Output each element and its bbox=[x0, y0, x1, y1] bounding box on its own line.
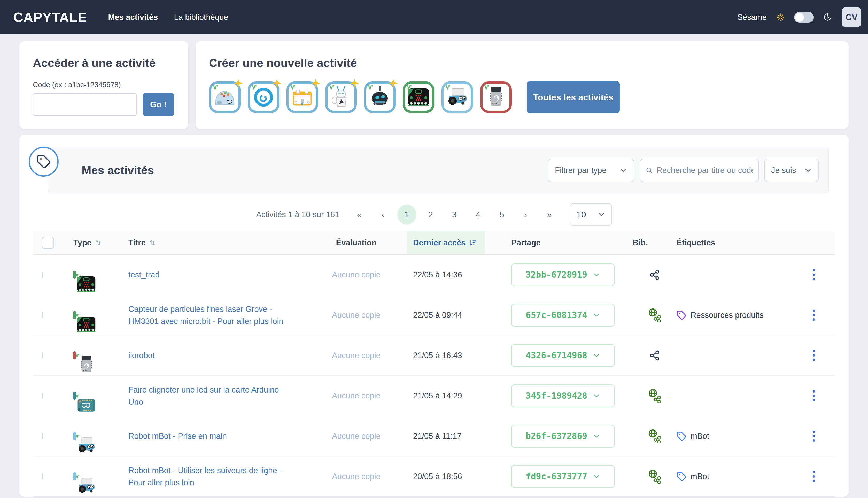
search-input[interactable] bbox=[657, 166, 753, 175]
vittascience-icon bbox=[75, 313, 80, 318]
activity-title-link[interactable]: test_trad bbox=[128, 270, 160, 279]
row-checkbox[interactable] bbox=[42, 272, 43, 278]
vittascience-icon bbox=[251, 84, 257, 91]
activity-title-link[interactable]: ilorobot bbox=[128, 351, 155, 360]
activity-title-link[interactable]: Faire clignoter une led sur la carte Ard… bbox=[128, 385, 279, 406]
row-checkbox[interactable] bbox=[42, 312, 43, 318]
row-menu-button[interactable] bbox=[810, 388, 818, 404]
table-row: Faire clignoter une led sur la carte Ard… bbox=[33, 376, 835, 416]
share-nodes-icon[interactable] bbox=[649, 350, 660, 361]
evaluation-status: Aucune copie bbox=[299, 391, 413, 401]
chevron-down-icon bbox=[593, 392, 600, 399]
create-tile-microbit[interactable] bbox=[403, 81, 434, 113]
select-all-checkbox[interactable] bbox=[42, 237, 54, 249]
access-activity-card: Accéder à une activité Code (ex : a1bc-1… bbox=[19, 41, 188, 129]
col-evaluation[interactable]: Évaluation bbox=[336, 238, 377, 247]
theme-toggle[interactable] bbox=[794, 12, 814, 23]
share-code-dropdown[interactable]: 32bb-6728919 bbox=[511, 263, 614, 286]
share-code-dropdown[interactable]: 4326-6714968 bbox=[511, 344, 614, 367]
share-code-dropdown[interactable]: 657c-6081374 bbox=[511, 304, 614, 327]
col-bib[interactable]: Bib. bbox=[633, 238, 648, 247]
globe-share-icon[interactable] bbox=[647, 469, 662, 484]
col-titre[interactable]: Titre bbox=[128, 238, 146, 247]
sesame-link[interactable]: Sésame bbox=[737, 13, 767, 22]
sort-icon[interactable] bbox=[95, 239, 102, 246]
share-code-dropdown[interactable]: b26f-6372869 bbox=[511, 425, 614, 448]
share-code-dropdown[interactable]: 345f-1989428 bbox=[511, 384, 614, 407]
globe-share-icon[interactable] bbox=[647, 429, 662, 443]
pagination-page-5[interactable]: 5 bbox=[492, 205, 512, 225]
col-type[interactable]: Type bbox=[73, 238, 92, 247]
create-tile-esp32[interactable] bbox=[480, 81, 512, 113]
tags-circle-button[interactable] bbox=[29, 147, 59, 176]
create-tile-cutebot[interactable] bbox=[364, 81, 395, 113]
row-checkbox[interactable] bbox=[42, 473, 43, 480]
pagination-page-3[interactable]: 3 bbox=[445, 205, 464, 225]
create-tile-yellow-board[interactable] bbox=[286, 81, 318, 113]
create-tile-mbot[interactable] bbox=[442, 81, 473, 113]
row-checkbox[interactable] bbox=[42, 393, 43, 399]
all-activities-button[interactable]: Toutes les activités bbox=[527, 81, 620, 113]
sort-icon[interactable] bbox=[149, 239, 156, 246]
row-checkbox[interactable] bbox=[42, 352, 43, 358]
create-tile-sphero[interactable] bbox=[248, 81, 279, 113]
pagination-first[interactable]: « bbox=[350, 205, 369, 225]
col-dernier-acces-highlight[interactable]: Dernier accès bbox=[407, 231, 485, 254]
create-tile-buddy[interactable] bbox=[325, 81, 357, 113]
share-nodes-icon[interactable] bbox=[649, 270, 660, 280]
access-card-title: Accéder à une activité bbox=[33, 56, 175, 70]
chevron-down-icon bbox=[619, 167, 627, 174]
tag-chip[interactable]: mBot bbox=[677, 431, 793, 441]
role-select[interactable]: Je suis bbox=[764, 159, 819, 182]
tag-icon bbox=[677, 472, 687, 482]
filter-type-label: Filtrer par type bbox=[555, 166, 607, 175]
pagination-page-4[interactable]: 4 bbox=[469, 205, 488, 225]
role-label: Je suis bbox=[771, 166, 796, 175]
col-etiquettes[interactable]: Étiquettes bbox=[677, 238, 715, 247]
page-size-value: 10 bbox=[577, 210, 586, 220]
row-menu-button[interactable] bbox=[810, 428, 818, 444]
activity-code-input[interactable] bbox=[33, 93, 137, 116]
vittascience-icon bbox=[75, 474, 80, 479]
pagination-last[interactable]: » bbox=[540, 205, 559, 225]
table-row: Capteur de particules fines laser Grove … bbox=[33, 295, 835, 335]
main-nav: Mes activités La bibliothèque bbox=[108, 13, 228, 22]
app-logo[interactable]: CAPYTALE bbox=[13, 10, 87, 25]
activities-title: Mes activités bbox=[82, 164, 154, 177]
share-code-dropdown[interactable]: fd9c-6373777 bbox=[511, 465, 614, 488]
globe-share-icon[interactable] bbox=[647, 389, 662, 403]
microbit-type-icon bbox=[73, 271, 77, 279]
tag-chip[interactable]: mBot bbox=[677, 472, 793, 482]
code-label: Code (ex : a1bc-12345678) bbox=[33, 81, 175, 89]
col-partage[interactable]: Partage bbox=[511, 238, 541, 247]
page-size-select[interactable]: 10 bbox=[570, 204, 612, 226]
row-menu-button[interactable] bbox=[810, 307, 818, 323]
row-menu-button[interactable] bbox=[810, 266, 818, 283]
pagination-page-2[interactable]: 2 bbox=[421, 205, 440, 225]
nav-bibliotheque[interactable]: La bibliothèque bbox=[174, 13, 228, 22]
go-button[interactable]: Go ! bbox=[143, 93, 174, 116]
sun-icon bbox=[776, 13, 785, 22]
search-box bbox=[640, 159, 759, 182]
nav-mes-activites[interactable]: Mes activités bbox=[108, 13, 158, 22]
filter-type-select[interactable]: Filtrer par type bbox=[548, 159, 634, 182]
pagination-next[interactable]: › bbox=[516, 205, 535, 225]
create-activity-card: Créer une nouvelle activité bbox=[195, 41, 849, 129]
pagination-prev[interactable]: ‹ bbox=[374, 205, 393, 225]
create-tile-thymio[interactable] bbox=[209, 81, 241, 113]
chevron-down-icon bbox=[593, 352, 600, 359]
navbar-right: Sésame CV bbox=[737, 7, 861, 27]
activity-title-link[interactable]: Robot mBot - Prise en main bbox=[128, 432, 227, 441]
star-icon bbox=[311, 78, 321, 89]
globe-share-icon[interactable] bbox=[647, 308, 662, 323]
page-body: Accéder à une activité Code (ex : a1bc-1… bbox=[0, 35, 868, 497]
tag-chip[interactable]: Ressources produits bbox=[677, 310, 793, 320]
activity-title-link[interactable]: Capteur de particules fines laser Grove … bbox=[128, 305, 283, 326]
avatar[interactable]: CV bbox=[842, 7, 861, 27]
row-menu-button[interactable] bbox=[810, 468, 818, 485]
pagination-page-1[interactable]: 1 bbox=[397, 205, 417, 225]
row-checkbox[interactable] bbox=[42, 433, 43, 439]
star-icon bbox=[349, 78, 360, 89]
activity-title-link[interactable]: Robot mBot - Utiliser les suiveurs de li… bbox=[128, 466, 282, 487]
row-menu-button[interactable] bbox=[810, 347, 818, 364]
